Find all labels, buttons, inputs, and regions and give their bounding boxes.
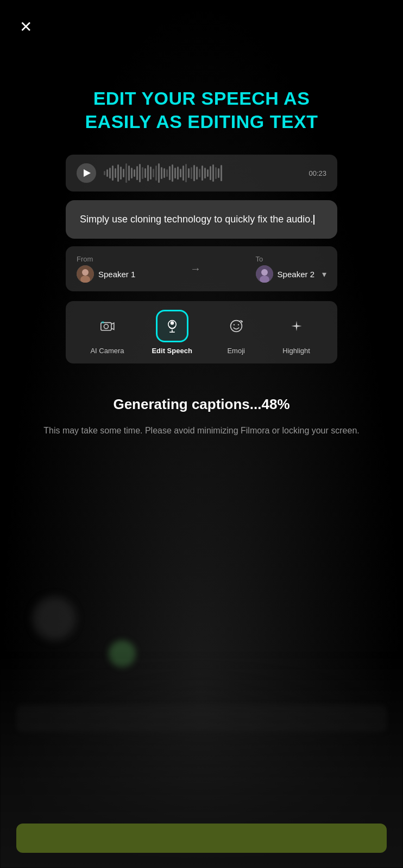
ai-camera-icon: AI (98, 317, 116, 335)
speaker1-name: Speaker 1 (98, 270, 135, 279)
generating-subtitle: This may take some time. Please avoid mi… (43, 424, 360, 438)
close-button[interactable]: ✕ (20, 20, 32, 35)
main-title: EDIT YOUR SPEECH AS EASILY AS EDITING TE… (63, 87, 339, 133)
green-bottom-bar[interactable] (16, 824, 387, 853)
emoji-label: Emoji (227, 347, 245, 355)
tools-row: AI AI Camera Edit Speech (66, 301, 337, 363)
speaker-to[interactable]: To Speaker 2 ▾ (256, 255, 326, 283)
generating-section: Generating captions...48% This may take … (22, 396, 381, 438)
ai-camera-label: AI Camera (90, 347, 124, 355)
ai-camera-button[interactable]: AI AI Camera (90, 310, 124, 355)
edit-speech-icon-wrap (156, 310, 188, 342)
audio-card: 00:23 (66, 155, 337, 192)
chevron-down-icon: ▾ (322, 269, 326, 279)
generating-title: Generating captions...48% (43, 396, 360, 413)
play-button[interactable] (77, 163, 96, 183)
edit-speech-icon (163, 317, 181, 335)
to-label: To (256, 255, 326, 263)
svg-point-14 (234, 324, 235, 325)
text-bubble: Simply use cloning technology to quickly… (66, 200, 337, 239)
edit-speech-button[interactable]: Edit Speech (152, 310, 192, 355)
svg-point-15 (238, 324, 239, 325)
play-icon (84, 169, 91, 177)
highlight-icon-wrap (280, 310, 313, 342)
title-line1: EDIT YOUR SPEECH AS (85, 87, 318, 110)
svg-point-16 (241, 321, 243, 322)
text-content: Simply use cloning technology to quickly… (80, 212, 323, 227)
ai-camera-icon-wrap: AI (91, 310, 123, 342)
highlight-icon (288, 317, 305, 335)
svg-point-1 (82, 269, 89, 276)
edit-speech-label: Edit Speech (152, 347, 192, 355)
speaker2-avatar (256, 265, 273, 283)
speaker1-avatar (77, 265, 94, 283)
waveform (104, 163, 301, 183)
svg-point-7 (104, 324, 109, 329)
speaker-row: From Speaker 1 → To (66, 246, 337, 291)
audio-timestamp: 00:23 (308, 169, 326, 177)
svg-point-13 (230, 321, 242, 332)
from-label: From (77, 255, 135, 263)
svg-point-4 (261, 269, 268, 276)
main-content: EDIT YOUR SPEECH AS EASILY AS EDITING TE… (0, 0, 403, 868)
title-line2: EASILY AS EDITING TEXT (85, 110, 318, 133)
emoji-button[interactable]: Emoji (220, 310, 253, 355)
svg-text:AI: AI (102, 321, 104, 324)
emoji-icon-wrap (220, 310, 253, 342)
speaker-arrow: → (144, 263, 247, 275)
speaker2-name: Speaker 2 (278, 270, 314, 279)
highlight-button[interactable]: Highlight (280, 310, 313, 355)
svg-point-10 (170, 321, 173, 324)
emoji-icon (228, 317, 245, 335)
speaker-from: From Speaker 1 (77, 255, 135, 283)
highlight-label: Highlight (282, 347, 310, 355)
text-cursor (313, 215, 314, 225)
